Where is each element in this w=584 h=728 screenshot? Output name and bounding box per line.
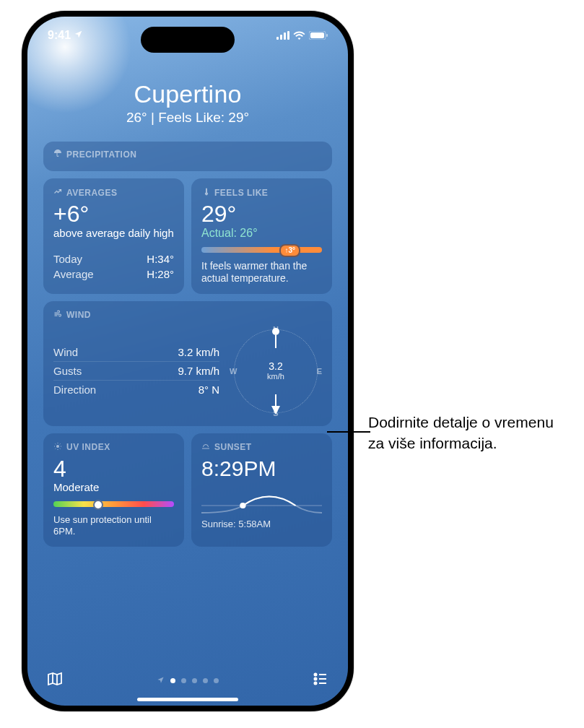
- dynamic-island: [141, 27, 235, 53]
- page-dot: [181, 678, 186, 683]
- svg-line-15: [60, 443, 61, 444]
- svg-rect-3: [287, 31, 289, 40]
- chart-icon: [53, 187, 62, 198]
- averages-card[interactable]: Averages +6° above average daily high To…: [43, 178, 184, 294]
- uv-desc: Use sun protection until 6PM.: [53, 514, 174, 538]
- svg-point-18: [240, 503, 245, 508]
- svg-point-7: [56, 445, 59, 448]
- page-dot: [214, 678, 219, 683]
- wind-label: Wind: [66, 310, 91, 320]
- svg-line-14: [56, 448, 56, 448]
- thermometer-icon: [201, 187, 210, 198]
- feels-like-value: 29°: [201, 202, 322, 227]
- feels-delta-pill: ↑3°: [279, 244, 300, 257]
- home-indicator[interactable]: [137, 698, 238, 701]
- location-arrow-icon: [74, 29, 83, 42]
- wind-list: Wind 3.2 km/h Gusts 9.7 km/h Direction 8…: [53, 343, 219, 399]
- location-dot-icon: [157, 676, 165, 685]
- cellular-icon: [276, 31, 289, 40]
- callout-leader-line: [327, 431, 370, 433]
- averages-subtitle: above average daily high: [53, 227, 174, 240]
- phone-frame: 9:41 Cupertino 26° | Feels Li: [22, 11, 354, 711]
- page-dot: [192, 678, 197, 683]
- uv-value: 4: [53, 457, 174, 482]
- compass-s: S: [273, 409, 278, 417]
- feels-like-gauge: ↑3°: [201, 247, 322, 253]
- list-button[interactable]: [312, 670, 329, 690]
- uv-label: UV Index: [66, 442, 110, 452]
- page-dot: [170, 678, 175, 683]
- compass-n: N: [273, 325, 279, 334]
- city-name: Cupertino: [43, 80, 332, 108]
- svg-line-13: [60, 448, 61, 448]
- precipitation-label: Precipitation: [66, 150, 136, 160]
- wind-row: Wind 3.2 km/h: [53, 346, 219, 358]
- wifi-icon: [293, 31, 305, 40]
- wind-card[interactable]: Wind Wind 3.2 km/h Gusts 9.7 km/h: [43, 301, 332, 426]
- svg-line-12: [56, 443, 56, 444]
- umbrella-icon: [53, 149, 62, 160]
- direction-row: Direction 8° N: [53, 384, 219, 396]
- svg-point-20: [315, 678, 317, 680]
- map-button[interactable]: [46, 670, 64, 690]
- precipitation-card[interactable]: Precipitation: [43, 142, 332, 171]
- feels-like-card[interactable]: Feels Like 29° Actual: 26° ↑3° It feels …: [191, 178, 332, 294]
- status-time: 9:41: [48, 29, 71, 42]
- average-label: Average: [53, 268, 94, 280]
- wind-compass: N S E W 3.2 km/h: [230, 325, 322, 417]
- callout-text: Dodirnite detalje o vremenu za više info…: [368, 412, 570, 454]
- feels-like-desc: It feels warmer than the actual temperat…: [201, 260, 322, 285]
- sunrise-label: Sunrise: 5:58AM: [201, 519, 322, 529]
- sunset-card[interactable]: Sunset 8:29PM Sunrise: 5:58AM: [191, 433, 332, 547]
- compass-unit: km/h: [267, 372, 284, 381]
- location-header[interactable]: Cupertino 26° | Feels Like: 29°: [43, 80, 332, 126]
- compass-e: E: [317, 367, 322, 376]
- temp-summary: 26° | Feels Like: 29°: [43, 110, 332, 126]
- uv-level: Moderate: [53, 481, 174, 494]
- svg-point-21: [315, 682, 317, 685]
- today-value: H:34°: [147, 253, 174, 265]
- svg-rect-5: [310, 32, 324, 38]
- svg-rect-0: [276, 37, 279, 40]
- svg-rect-2: [284, 32, 286, 40]
- averages-value: +6°: [53, 202, 174, 227]
- today-label: Today: [53, 253, 82, 265]
- uv-gauge: [53, 501, 174, 507]
- actual-temp: Actual: 26°: [201, 227, 322, 240]
- compass-w: W: [230, 367, 237, 376]
- content-area[interactable]: Cupertino 26° | Feels Like: 29° Precipit…: [27, 54, 348, 662]
- sun-icon: [53, 442, 62, 453]
- sunset-label: Sunset: [214, 442, 252, 452]
- sun-path-graph: [201, 484, 322, 519]
- averages-label: Averages: [66, 188, 117, 198]
- svg-rect-1: [280, 35, 282, 40]
- uv-card[interactable]: UV Index 4 Moderate Use sun protection u…: [43, 433, 184, 547]
- sunset-time: 8:29PM: [201, 457, 322, 480]
- svg-rect-6: [326, 34, 328, 37]
- page-dots[interactable]: [157, 676, 219, 685]
- battery-icon: [309, 31, 328, 40]
- svg-point-19: [315, 674, 317, 676]
- uv-indicator-dot: [93, 500, 103, 510]
- gusts-row: Gusts 9.7 km/h: [53, 365, 219, 377]
- screen: 9:41 Cupertino 26° | Feels Li: [27, 17, 348, 706]
- sunset-icon: [201, 442, 210, 453]
- average-value: H:28°: [147, 268, 174, 280]
- feels-like-label: Feels Like: [214, 188, 268, 198]
- page-dot: [203, 678, 208, 683]
- wind-icon: [53, 310, 62, 321]
